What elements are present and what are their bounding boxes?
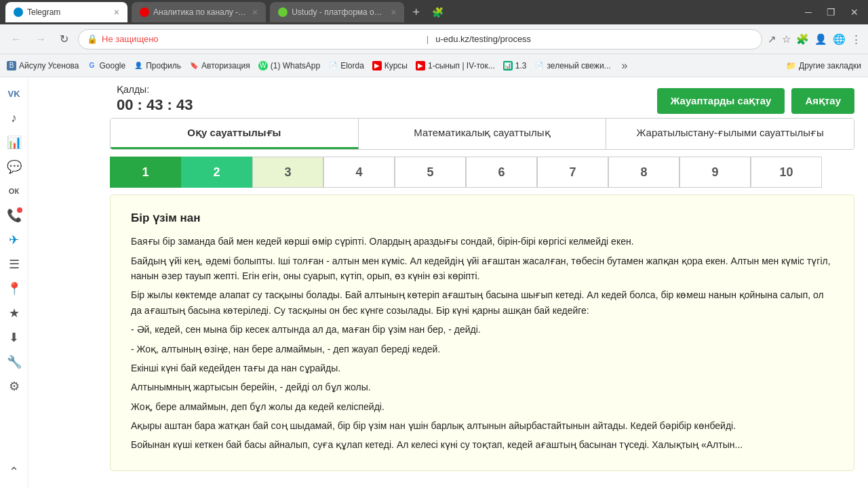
bookmark-auth[interactable]: 🔖 Авторизация [189, 61, 250, 70]
reading-paragraph-2: Бір жылы көктемде алапат су тасқыны бола… [131, 287, 833, 318]
question-10[interactable]: 10 [751, 157, 822, 188]
more-icon[interactable]: ⋮ [851, 33, 861, 45]
profile-icon[interactable]: 👤 [814, 33, 827, 45]
tab-youtube[interactable]: Аналитика по каналу - YouT... × [132, 2, 266, 22]
tab-telegram[interactable]: Telegram × [5, 2, 127, 22]
question-6[interactable]: 6 [466, 157, 537, 188]
bookmark-label-kursy: Курсы [384, 61, 408, 70]
close-button[interactable]: ✕ [846, 5, 863, 19]
new-tab-button[interactable]: + [408, 5, 424, 20]
reading-text: Баяғы бір заманда бай мен кедей көрші өм… [131, 234, 833, 453]
bookmark-13[interactable]: 📊 1.3 [503, 61, 527, 70]
address-bar-row: ← → ↻ 🔒 Не защищено | u-edu.kz/testing/p… [0, 24, 868, 54]
reading-paragraph-3: - Әй, кедей, сен мына бір кесек алтында … [131, 322, 833, 337]
timer-label: Қалды: [117, 84, 193, 95]
sidebar-icon-stats[interactable]: 📊 [3, 131, 25, 153]
bookmark-google[interactable]: G Google [87, 61, 126, 70]
extension-icon[interactable]: 🧩 [796, 33, 809, 45]
sidebar-icon-star[interactable]: ★ [3, 302, 25, 324]
tab-label-telegram: Telegram [27, 7, 60, 17]
extensions-button[interactable]: 🧩 [428, 7, 448, 18]
question-7[interactable]: 7 [537, 157, 608, 188]
green-icon: 📄 [534, 61, 544, 70]
finish-button[interactable]: Аяқтау [791, 88, 854, 114]
sidebar-icon-vk[interactable]: VK [3, 83, 25, 104]
bookmark-1syn[interactable]: ▶ 1-сынып | IV-ток... [416, 61, 495, 70]
sidebar-icon-menu[interactable]: ☰ [3, 253, 25, 275]
sidebar-icon-ok[interactable]: ОК [3, 180, 25, 202]
question-2[interactable]: 2 [181, 157, 252, 188]
sidebar-icon-messages[interactable]: 💬 [3, 156, 25, 178]
page-content: Қалды: 00 : 43 : 43 Жауаптарды сақтау Ая… [28, 77, 868, 488]
restore-button[interactable]: ❐ [823, 5, 840, 19]
folder-icon: 📁 [786, 61, 796, 70]
sidebar-icon-music[interactable]: ♪ [3, 107, 25, 129]
address-box[interactable]: 🔒 Не защищено | u-edu.kz/testing/process [78, 29, 762, 49]
bookmarks-bar: В Айсулу Усенова G Google 👤 Профиль 🔖 Ав… [0, 54, 868, 77]
forward-button[interactable]: → [31, 30, 50, 48]
bookmark-other[interactable]: 📁 Другие закладки [786, 61, 861, 70]
question-8[interactable]: 8 [608, 157, 679, 188]
bookmark-vk[interactable]: В Айсулу Усенова [7, 61, 79, 70]
profile-bookmark-icon: 👤 [134, 61, 143, 70]
bookmark-label-1syn: 1-сынып | IV-ток... [428, 61, 495, 70]
bookmark-profile[interactable]: 👤 Профиль [134, 61, 181, 70]
minimize-button[interactable]: ─ [801, 5, 816, 19]
bookmark-label-profile: Профиль [146, 61, 181, 70]
reading-paragraph-1: Байдың үйі кең, әдемі болыпты. Іші толға… [131, 253, 833, 284]
bookmark-icon[interactable]: ☆ [782, 33, 791, 45]
translate-icon[interactable]: 🌐 [833, 33, 846, 45]
tab-reading[interactable]: Оқу сауаттылығы [111, 119, 359, 149]
question-9[interactable]: 9 [679, 157, 751, 188]
sidebar-icon-telegram[interactable]: ✈ [3, 229, 25, 251]
question-4[interactable]: 4 [323, 157, 395, 188]
question-1[interactable]: 1 [110, 157, 181, 188]
sidebar-icon-geo[interactable]: 📍 [3, 278, 25, 300]
tab-close-youtube[interactable]: × [252, 7, 258, 18]
sidebar-icon-collapse[interactable]: ⌃ [3, 461, 25, 483]
tab-close-telegram[interactable]: × [114, 7, 119, 18]
bookmark-kursy[interactable]: ▶ Курсы [372, 61, 408, 70]
bookmark-green[interactable]: 📄 зеленый свежи... [534, 61, 610, 70]
address-url: u-edu.kz/testing/process [435, 34, 753, 44]
kursy-icon: ▶ [372, 61, 382, 70]
tab-science[interactable]: Жаратылыстану-ғылыми сауаттылығы [606, 119, 854, 149]
subject-tabs: Оқу сауаттылығы Математикалық сауаттылық… [110, 118, 854, 150]
left-sidebar: VK ♪ 📊 💬 ОК 📞 ✈ ☰ 📍 ★ ⬇ 🔧 ⚙ ⌃ [0, 77, 28, 488]
timer-actions: Жауаптарды сақтау Аяқтау [657, 88, 854, 114]
whatsapp-icon: W [258, 61, 268, 70]
13-icon: 📊 [503, 61, 513, 70]
tab-ustudy[interactable]: Ustudy - платформа онлайн... × [270, 2, 404, 22]
1syn-icon: ▶ [416, 61, 425, 70]
auth-icon: 🔖 [189, 61, 199, 70]
bookmark-label-vk: Айсулу Усенова [19, 61, 79, 70]
sidebar-icon-tool[interactable]: 🔧 [3, 351, 25, 373]
bookmark-label-13: 1.3 [515, 61, 527, 70]
share-icon[interactable]: ↗ [768, 33, 776, 45]
back-button[interactable]: ← [7, 30, 26, 48]
bookmark-label-elorda: Elorda [340, 61, 364, 70]
sidebar-icon-download[interactable]: ⬇ [3, 327, 25, 348]
tab-math[interactable]: Математикалық сауаттылық [359, 119, 607, 149]
reading-paragraph-8: Ақыры аштан бара жатқан бай соң шыдамай,… [131, 418, 833, 433]
tab-icon-youtube [140, 7, 149, 17]
bookmarks-more-button[interactable]: » [622, 60, 628, 72]
sidebar-icon-phone[interactable]: 📞 [3, 205, 25, 226]
save-answers-button[interactable]: Жауаптарды сақтау [657, 88, 785, 114]
bookmark-elorda[interactable]: 📄 Elorda [328, 61, 364, 70]
tab-close-ustudy[interactable]: × [391, 7, 396, 18]
sidebar-icon-settings[interactable]: ⚙ [3, 375, 25, 397]
question-5[interactable]: 5 [395, 157, 466, 188]
bookmark-whatsapp[interactable]: W (1) WhatsApp [258, 61, 320, 70]
reading-paragraph-4: - Жоқ, алтының өзіңе, нан бере алмаймын,… [131, 342, 833, 357]
reading-title: Бір үзім нан [131, 209, 833, 227]
reload-button[interactable]: ↻ [56, 30, 73, 48]
bookmark-label-google: Google [100, 61, 126, 70]
question-3[interactable]: 3 [252, 157, 323, 188]
reading-paragraph-7: Жоқ, бере алмаймын, деп бұл жолы да кеде… [131, 399, 833, 414]
timer-bar: Қалды: 00 : 43 : 43 Жауаптарды сақтау Ая… [28, 77, 868, 118]
reading-paragraph-5: Екінші күні бай кедейден тағы да нан сұр… [131, 361, 833, 375]
tab-label-ustudy: Ustudy - платформа онлайн... [292, 7, 387, 17]
lock-icon: 🔒 [87, 34, 98, 44]
tab-icon-ustudy [278, 7, 288, 17]
